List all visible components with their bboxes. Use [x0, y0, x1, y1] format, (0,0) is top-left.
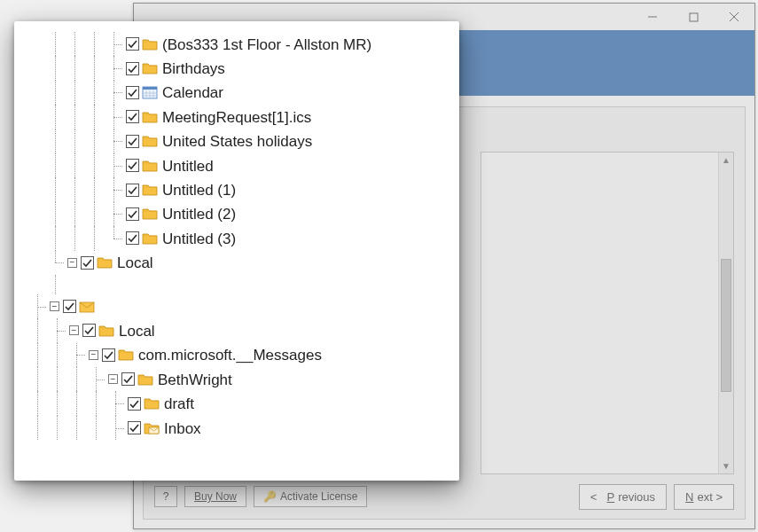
previous-button[interactable]: < Previous — [579, 484, 667, 510]
tree-label: Local — [117, 254, 153, 270]
folder-icon — [142, 134, 158, 148]
tree-label: Inbox — [164, 420, 201, 436]
tree-row[interactable]: Inbox — [27, 416, 447, 440]
checkbox[interactable] — [128, 421, 141, 434]
key-icon: 🔑 — [263, 490, 277, 503]
tree-row[interactable]: −Local — [27, 318, 447, 342]
checkbox[interactable] — [126, 231, 139, 245]
tree-label: MeetingRequest[1].ics — [162, 109, 311, 125]
tree-label: Untitled (3) — [162, 231, 236, 246]
tree-row[interactable]: Untitled (1) — [27, 177, 447, 201]
maximize-button[interactable] — [673, 4, 714, 30]
tree-row[interactable]: Untitled — [27, 153, 447, 177]
tree-label: Untitled (2) — [162, 206, 236, 222]
folder-icon — [142, 231, 158, 246]
tree-row[interactable]: MeetingRequest[1].ics — [27, 105, 447, 129]
checkbox[interactable] — [63, 300, 76, 313]
scroll-thumb[interactable] — [721, 259, 731, 392]
folder-icon — [142, 183, 158, 197]
checkbox[interactable] — [126, 62, 139, 75]
folder-icon — [142, 207, 158, 221]
checkbox[interactable] — [126, 159, 139, 172]
tree-row[interactable]: (Bos333 1st Floor - Allston MR) — [27, 32, 447, 56]
tree-row[interactable]: Birthdays — [27, 56, 447, 80]
inbox-icon — [144, 421, 160, 435]
checkbox[interactable] — [81, 256, 94, 270]
tree-row[interactable]: Calendar — [27, 81, 447, 105]
checkbox[interactable] — [126, 135, 139, 148]
close-button[interactable] — [714, 4, 754, 30]
checkbox[interactable] — [82, 324, 96, 337]
collapse-icon[interactable]: − — [67, 258, 77, 268]
scroll-down-icon[interactable]: ▼ — [719, 458, 733, 473]
preview-pane: ▲ ▼ — [481, 152, 734, 474]
checkbox[interactable] — [126, 110, 139, 123]
checkbox[interactable] — [102, 348, 115, 362]
folder-icon — [137, 372, 153, 387]
tree-row[interactable]: draft — [27, 391, 447, 415]
help-button[interactable]: ? — [154, 486, 177, 507]
activate-license-button[interactable]: 🔑Activate License — [254, 486, 367, 507]
checkbox[interactable] — [126, 207, 139, 221]
tree-label: Untitled (1) — [162, 182, 236, 198]
tree-row[interactable]: −com.microsoft.__Messages — [27, 343, 447, 367]
collapse-icon[interactable]: − — [69, 325, 79, 335]
folder-tree[interactable]: (Bos333 1st Floor - Allston MR)Birthdays… — [27, 32, 447, 440]
tree-label: draft — [164, 395, 194, 411]
collapse-icon[interactable]: − — [108, 374, 118, 384]
tree-row[interactable]: United States holidays — [27, 129, 447, 153]
folder-icon — [144, 396, 160, 411]
folder-icon — [142, 159, 158, 173]
calendar-icon — [142, 85, 158, 99]
tree-label: Birthdays — [162, 60, 225, 76]
minimize-button[interactable] — [632, 4, 673, 30]
checkbox[interactable] — [121, 372, 135, 386]
checkbox[interactable] — [126, 184, 139, 197]
tree-row[interactable]: Untitled (3) — [27, 226, 447, 250]
tree-label: com.microsoft.__Messages — [138, 347, 322, 363]
folder-icon — [97, 255, 113, 270]
tree-label: Calendar — [162, 84, 223, 100]
tree-label: Untitled — [162, 158, 214, 174]
folder-icon — [142, 61, 158, 75]
checkbox[interactable] — [126, 86, 139, 99]
folder-icon — [142, 37, 158, 51]
collapse-icon[interactable]: − — [89, 350, 98, 360]
tree-label: (Bos333 1st Floor - Allston MR) — [162, 36, 371, 52]
tree-row[interactable]: − — [27, 294, 447, 318]
folder-tree-panel: (Bos333 1st Floor - Allston MR)Birthdays… — [14, 21, 459, 481]
tree-spacer — [27, 275, 447, 294]
checkbox[interactable] — [126, 37, 139, 51]
tree-row[interactable]: −BethWright — [27, 367, 447, 391]
scrollbar[interactable]: ▲ ▼ — [718, 153, 733, 473]
mail-icon — [79, 300, 95, 314]
folder-icon — [98, 324, 114, 338]
tree-label: BethWright — [158, 372, 232, 387]
tree-label: United States holidays — [162, 133, 312, 149]
footer-bar: ? Buy Now 🔑Activate License < Previous N… — [154, 483, 734, 510]
svg-rect-1 — [690, 13, 698, 21]
scroll-up-icon[interactable]: ▲ — [719, 153, 733, 168]
collapse-icon[interactable]: − — [50, 301, 59, 311]
tree-row[interactable]: Untitled (2) — [27, 202, 447, 226]
folder-icon — [142, 110, 158, 124]
tree-row[interactable]: −Local — [27, 251, 447, 275]
checkbox[interactable] — [128, 397, 141, 411]
next-button[interactable]: Next > — [674, 484, 734, 510]
folder-icon — [118, 348, 134, 362]
tree-label: Local — [119, 323, 155, 339]
buy-now-button[interactable]: Buy Now — [184, 486, 246, 507]
